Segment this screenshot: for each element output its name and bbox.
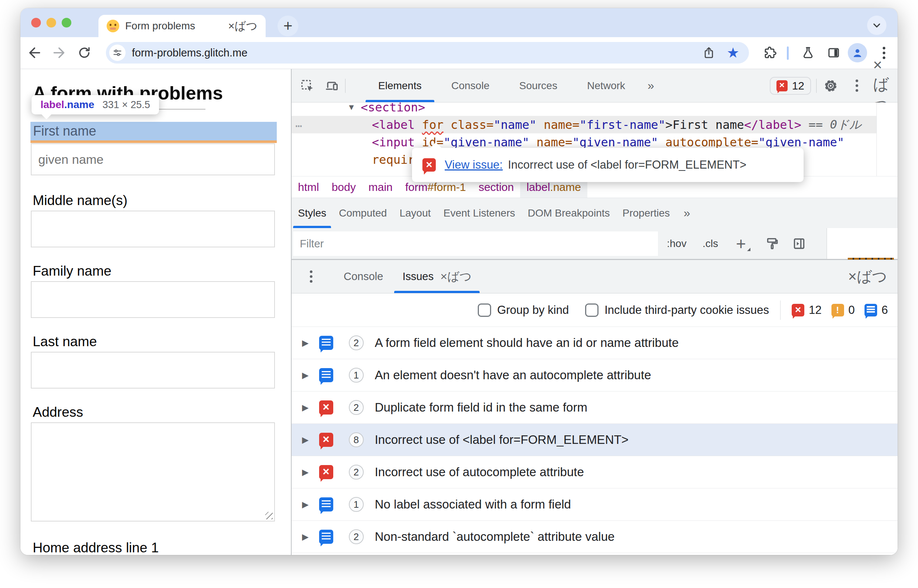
drawer-menu-kebab-icon[interactable] [303, 268, 319, 285]
expand-caret-icon[interactable]: ▶ [302, 532, 309, 542]
error-bubble-icon [422, 158, 436, 171]
devtools-tabs: Elements Console Sources Network » [363, 69, 662, 102]
site-settings-icon[interactable] [109, 45, 126, 61]
tab-search-chevron-icon[interactable] [867, 16, 886, 35]
address-textarea[interactable] [31, 422, 275, 522]
styles-filter-input[interactable] [293, 231, 658, 256]
tab-close-icon[interactable]: ×ばつ [228, 19, 257, 34]
textarea-resize-grip[interactable] [265, 512, 273, 519]
issue-count-badge: 2 [349, 465, 364, 480]
toggle-hover-state-button[interactable]: :hov [667, 228, 687, 259]
maximize-window-button[interactable] [61, 18, 71, 27]
tab-properties[interactable]: Properties [616, 198, 676, 228]
group-by-kind-checkbox[interactable] [478, 304, 491, 317]
tab-network[interactable]: Network [572, 69, 640, 102]
profile-avatar[interactable] [848, 43, 867, 62]
more-tabs-icon[interactable]: » [640, 69, 662, 102]
drawer-tab-issues[interactable]: Issues ×ばつ [393, 260, 481, 293]
issue-row[interactable]: ▶ 1 No label associated with a form fiel… [292, 488, 897, 521]
expand-caret-icon[interactable]: ▶ [302, 499, 309, 510]
expand-caret-icon[interactable]: ▶ [302, 435, 309, 445]
dom-node-section[interactable]: ▼<section> [292, 103, 897, 116]
family-name-input[interactable] [31, 281, 275, 318]
expand-caret-icon[interactable]: ▶ [302, 467, 309, 477]
close-window-button[interactable] [31, 18, 41, 27]
breadcrumb-main[interactable]: main [362, 176, 399, 198]
reload-button[interactable] [77, 45, 92, 60]
node-menu-ellipsis-icon[interactable]: … [295, 116, 303, 130]
form-label-address: Address [33, 404, 83, 420]
expand-caret-icon[interactable]: ▼ [347, 103, 361, 112]
expand-caret-icon[interactable]: ▶ [302, 403, 309, 413]
for-attribute-with-issue[interactable]: for [422, 118, 444, 132]
rendering-brush-icon[interactable] [764, 236, 781, 252]
issue-row[interactable]: ▶ 2 A form field element should have an … [292, 327, 897, 359]
close-issues-tab-icon[interactable]: ×ばつ [440, 268, 472, 285]
expand-caret-icon[interactable]: ▶ [302, 370, 309, 380]
bookmark-star-icon[interactable]: ★ [727, 46, 739, 60]
share-icon[interactable] [702, 46, 716, 60]
browser-window: Form problems ×ばつ + form-problems.glitch… [21, 8, 897, 555]
tab-computed[interactable]: Computed [333, 198, 393, 228]
drawer-tab-console[interactable]: Console [334, 260, 393, 293]
warning-count: 0 [849, 304, 855, 317]
back-button[interactable] [27, 45, 42, 60]
tab-styles[interactable]: Styles [292, 198, 333, 228]
tab-layout[interactable]: Layout [393, 198, 437, 228]
more-sidebar-tabs-icon[interactable]: » [676, 198, 698, 228]
browser-tab[interactable]: Form problems ×ばつ [99, 15, 266, 37]
flask-icon[interactable] [801, 45, 815, 60]
tab-elements[interactable]: Elements [363, 69, 436, 102]
counts-divider [780, 300, 781, 320]
breadcrumb-body[interactable]: body [325, 176, 362, 198]
device-toolbar-icon[interactable] [323, 78, 340, 94]
tab-console[interactable]: Console [436, 69, 504, 102]
issue-row[interactable]: ▶ 2 Non-standard `autocomplete` attribut… [292, 521, 897, 553]
breadcrumb-html[interactable]: html [292, 176, 325, 198]
settings-gear-icon[interactable] [823, 78, 839, 94]
form-label-first-name-highlighted: First name [31, 122, 277, 141]
error-bubble-icon [319, 465, 333, 479]
group-by-kind-label: Group by kind [497, 304, 569, 317]
new-style-rule-button[interactable]: + [736, 228, 746, 259]
view-issue-link[interactable]: View issue: [445, 158, 503, 171]
orange-dashed-indicator [848, 258, 894, 260]
computed-panel-toggle-icon[interactable] [791, 236, 807, 252]
extensions-icon[interactable] [762, 45, 777, 60]
middle-name-input[interactable] [31, 211, 275, 247]
url-text[interactable]: form-problems.glitch.me [132, 47, 702, 59]
issue-row[interactable]: ▶ 2 Duplicate form field id in the same … [292, 391, 897, 424]
drawer-close-icon[interactable]: ×ばつ [848, 267, 887, 287]
issue-count-badge: 2 [349, 400, 364, 415]
issue-count-badge: 1 [349, 368, 364, 383]
dom-node-label-selected[interactable]: …<label for class="name" name="first-nam… [292, 116, 897, 133]
address-bar[interactable]: form-problems.glitch.me ★ [106, 42, 749, 63]
expand-caret-icon[interactable]: ▶ [302, 338, 309, 348]
inspect-margin-overlay [31, 141, 277, 143]
issue-count-badge: 2 [349, 335, 364, 350]
tab-dom-breakpoints[interactable]: DOM Breakpoints [522, 198, 616, 228]
new-tab-button[interactable]: + [278, 16, 298, 36]
tab-strip: Form problems ×ばつ + [21, 8, 897, 37]
elements-scrollbar-gutter[interactable] [876, 103, 897, 176]
devtools-menu-kebab-icon[interactable] [849, 78, 865, 94]
inspect-element-icon[interactable] [299, 78, 315, 94]
traffic-lights [31, 18, 71, 27]
issue-row[interactable]: ▶ 1 An element doesn't have an autocompl… [292, 359, 897, 391]
devtools-close-icon[interactable]: ×ばつ [873, 78, 889, 94]
minimize-window-button[interactable] [47, 18, 56, 27]
tab-event-listeners[interactable]: Event Listeners [437, 198, 522, 228]
issues-counter-button[interactable]: 12 [770, 77, 811, 95]
third-party-cookie-checkbox[interactable] [585, 304, 598, 317]
issue-row-selected[interactable]: ▶ 8 Incorrect use of <label for=FORM_ELE… [292, 424, 897, 456]
info-bubble-icon [319, 336, 333, 350]
tab-sources[interactable]: Sources [504, 69, 572, 102]
first-name-input[interactable] [31, 144, 275, 175]
toggle-class-button[interactable]: .cls [703, 228, 718, 259]
side-panel-icon[interactable] [826, 45, 841, 60]
issue-count-badge: 8 [349, 432, 364, 447]
issue-row[interactable]: ▶ 2 Incorrect use of autocomplete attrib… [292, 456, 897, 488]
devtools-drawer: Console Issues ×ばつ ×ばつ Group by kind Inc… [292, 259, 897, 555]
last-name-input[interactable] [31, 352, 275, 389]
forward-button[interactable] [52, 45, 66, 60]
